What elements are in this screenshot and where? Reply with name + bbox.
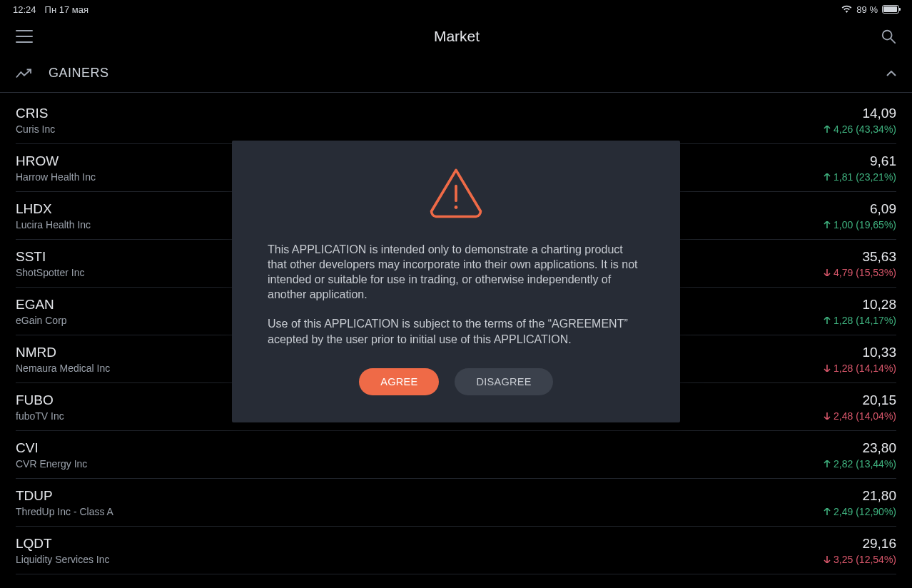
price: 10,28 [862, 297, 896, 313]
arrow-down-icon [824, 412, 831, 420]
row-left: SSTIShotSpotter Inc [16, 249, 85, 278]
chevron-up-icon[interactable] [886, 71, 896, 76]
price-change: 1,28 (14,17%) [824, 315, 896, 326]
arrow-down-icon [824, 365, 831, 372]
arrow-down-icon [824, 269, 831, 276]
search-icon[interactable] [881, 29, 896, 44]
status-date: Пн 17 мая [45, 4, 88, 15]
disagree-button[interactable]: DISAGREE [455, 368, 552, 395]
row-right: 10,331,28 (14,14%) [824, 345, 896, 374]
row-left: HROWHarrow Health Inc [16, 153, 96, 183]
modal-paragraph-1: This APPLICATION is intended only to dem… [268, 242, 644, 302]
price: 23,80 [862, 440, 896, 456]
arrow-down-icon [824, 556, 831, 563]
page-title: Market [434, 28, 480, 45]
stock-row[interactable]: CRISCuris Inc14,094,26 (43,34%) [16, 93, 896, 144]
row-right: 10,281,28 (14,17%) [824, 297, 896, 326]
ticker: TDUP [16, 488, 113, 504]
battery-percent: 89 % [856, 4, 878, 15]
price: 29,16 [862, 536, 896, 552]
price: 9,61 [870, 153, 896, 169]
change-value: 4,26 (43,34%) [834, 123, 896, 135]
stock-row[interactable]: CVICVR Energy Inc23,802,82 (13,44%) [16, 431, 896, 479]
trending-up-icon [16, 69, 31, 78]
company-name: Lucira Health Inc [16, 219, 91, 230]
company-name: Curis Inc [16, 123, 55, 135]
row-right: 21,802,49 (12,90%) [824, 488, 896, 517]
status-left: 12:24 Пн 17 мая [13, 4, 88, 15]
price: 35,63 [862, 249, 896, 265]
ticker: HROW [16, 153, 96, 169]
price-change: 3,25 (12,54%) [824, 554, 896, 565]
price-change: 1,00 (19,65%) [824, 219, 896, 230]
row-left: CVICVR Energy Inc [16, 440, 87, 470]
modal-icon-wrap [268, 166, 644, 219]
ticker: NMRD [16, 345, 110, 360]
row-left: LQDTLiquidity Services Inc [16, 536, 110, 565]
company-name: Harrow Health Inc [16, 171, 96, 183]
change-value: 1,81 (23,21%) [834, 171, 896, 183]
ticker: SSTI [16, 249, 85, 265]
section-header[interactable]: GAINERS [0, 54, 912, 93]
row-left: CRISCuris Inc [16, 106, 55, 135]
status-right: 89 % [841, 4, 899, 15]
price-change: 1,81 (23,21%) [824, 171, 896, 183]
arrow-up-icon [824, 126, 831, 133]
stock-row[interactable]: LQDTLiquidity Services Inc29,163,25 (12,… [16, 527, 896, 574]
company-name: ThredUp Inc - Class A [16, 506, 113, 517]
modal-paragraph-2: Use of this APPLICATION is subject to th… [268, 316, 644, 346]
price-change: 4,79 (15,53%) [824, 267, 896, 278]
change-value: 2,48 (14,04%) [834, 410, 896, 422]
svg-line-1 [891, 39, 895, 43]
price-change: 2,49 (12,90%) [824, 506, 896, 517]
price: 14,09 [862, 106, 896, 121]
row-left: NMRDNemaura Medical Inc [16, 345, 110, 374]
price: 20,15 [862, 392, 896, 408]
row-right: 20,152,48 (14,04%) [824, 392, 896, 422]
change-value: 4,79 (15,53%) [834, 267, 896, 278]
row-right: 9,611,81 (23,21%) [824, 153, 896, 183]
change-value: 2,49 (12,90%) [834, 506, 896, 517]
change-value: 3,25 (12,54%) [834, 554, 896, 565]
status-bar: 12:24 Пн 17 мая 89 % [0, 0, 912, 19]
company-name: fuboTV Inc [16, 410, 64, 422]
agree-button[interactable]: AGREE [359, 368, 439, 395]
status-time: 12:24 [13, 4, 36, 15]
row-left: TDUPThredUp Inc - Class A [16, 488, 113, 517]
warning-icon [427, 166, 485, 219]
wifi-icon [841, 5, 852, 14]
arrow-up-icon [824, 317, 831, 324]
price-change: 2,48 (14,04%) [824, 410, 896, 422]
company-name: ShotSpotter Inc [16, 267, 85, 278]
company-name: eGain Corp [16, 315, 67, 326]
arrow-up-icon [824, 221, 831, 228]
ticker: FUBO [16, 392, 64, 408]
change-value: 1,28 (14,17%) [834, 315, 896, 326]
battery-icon [882, 5, 899, 14]
svg-point-3 [455, 206, 458, 209]
app-header: Market [0, 19, 912, 54]
row-left: LHDXLucira Health Inc [16, 201, 91, 230]
row-right: 23,802,82 (13,44%) [824, 440, 896, 470]
company-name: CVR Energy Inc [16, 458, 87, 470]
row-right: 35,634,79 (15,53%) [824, 249, 896, 278]
modal-actions: AGREE DISAGREE [268, 368, 644, 395]
row-right: 6,091,00 (19,65%) [824, 201, 896, 230]
row-right: 14,094,26 (43,34%) [824, 106, 896, 135]
ticker: CVI [16, 440, 87, 456]
row-right: 29,163,25 (12,54%) [824, 536, 896, 565]
arrow-up-icon [824, 508, 831, 515]
price-change: 2,82 (13,44%) [824, 458, 896, 470]
menu-icon[interactable] [16, 30, 33, 43]
change-value: 1,00 (19,65%) [834, 219, 896, 230]
stock-row[interactable]: TDUPThredUp Inc - Class A21,802,49 (12,9… [16, 479, 896, 527]
row-left: EGANeGain Corp [16, 297, 67, 326]
company-name: Nemaura Medical Inc [16, 363, 110, 374]
change-value: 1,28 (14,14%) [834, 363, 896, 374]
arrow-up-icon [824, 173, 831, 181]
change-value: 2,82 (13,44%) [834, 458, 896, 470]
arrow-up-icon [824, 460, 831, 467]
price: 21,80 [862, 488, 896, 504]
ticker: LHDX [16, 201, 91, 217]
section-left: GAINERS [16, 66, 109, 81]
